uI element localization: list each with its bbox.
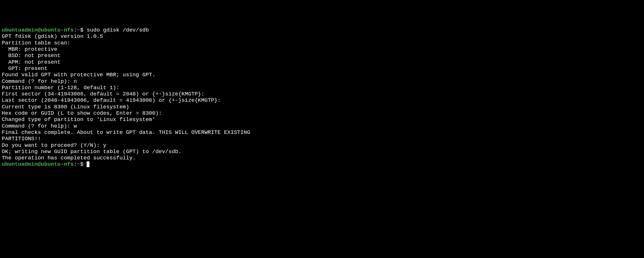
terminal-screen[interactable]: ubuntuadmin@ubuntu-nfs:~$ sudo gdisk /de…: [2, 27, 642, 168]
output-line: Current type is 8300 (Linux filesystem): [2, 104, 642, 110]
output-line: BSD: not present: [2, 52, 642, 59]
output-line: Do you want to proceed? (Y/N): y: [2, 142, 642, 148]
prompt-line-1: ubuntuadmin@ubuntu-nfs:~$ sudo gdisk /de…: [2, 27, 642, 33]
output-line: OK; writing new GUID partition table (GP…: [2, 148, 642, 155]
output-line: Hex code or GUID (L to show codes, Enter…: [2, 110, 642, 116]
output-line: Partition number (1-128, default 1):: [2, 85, 642, 91]
prompt-line-2: ubuntuadmin@ubuntu-nfs:~$: [2, 161, 642, 167]
output-line: Command (? for help): n: [2, 78, 642, 85]
command-text: sudo gdisk /dev/sdb: [87, 27, 149, 33]
output-line: APM: not present: [2, 59, 642, 65]
prompt-path: ~: [77, 161, 80, 167]
prompt-path: ~: [77, 27, 80, 33]
output-line: Final checks complete. About to write GP…: [2, 129, 642, 136]
prompt-dollar: $: [80, 161, 87, 167]
output-line: Last sector (2048-41943006, default = 41…: [2, 97, 642, 103]
prompt-dollar: $: [80, 27, 87, 33]
output-line: First sector (34-41943006, default = 204…: [2, 91, 642, 97]
output-line: The operation has completed successfully…: [2, 155, 642, 161]
output-line: Command (? for help): w: [2, 123, 642, 129]
prompt-user: ubuntuadmin@ubuntu-nfs: [2, 27, 74, 33]
output-line: GPT: present: [2, 65, 642, 72]
output-line: Found valid GPT with protective MBR; usi…: [2, 72, 642, 78]
output-line: GPT fdisk (gdisk) version 1.0.5: [2, 33, 642, 40]
cursor-icon: [87, 161, 89, 167]
output-line: MBR: protective: [2, 46, 642, 52]
prompt-sep: :: [74, 27, 77, 33]
prompt-user: ubuntuadmin@ubuntu-nfs: [2, 161, 74, 167]
output-line: Changed type of partition to 'Linux file…: [2, 116, 642, 123]
prompt-sep: :: [74, 161, 77, 167]
output-line: PARTITIONS!!: [2, 136, 642, 142]
output-line: Partition table scan:: [2, 40, 642, 46]
